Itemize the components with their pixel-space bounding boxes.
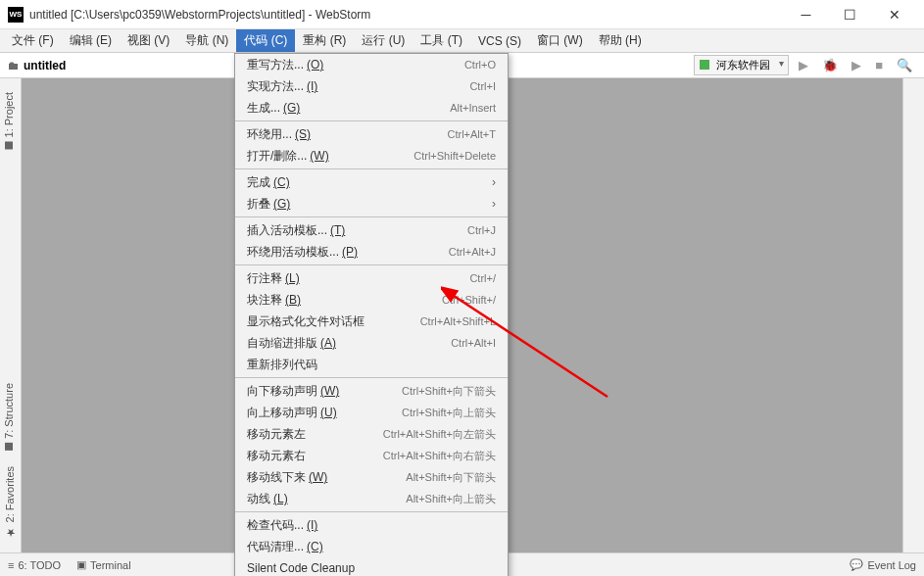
sidebar-tab-project[interactable]: 1: Project <box>0 84 18 157</box>
shortcut-label: Ctrl+J <box>467 224 496 236</box>
code-menu-item-19[interactable]: 向下移动声明 (W)Ctrl+Shift+向下箭头 <box>235 380 508 402</box>
code-menu-item-10[interactable]: 插入活动模板... (T)Ctrl+J <box>235 219 508 241</box>
menu-code[interactable]: 代码 (C) <box>236 29 295 52</box>
shortcut-label: Ctrl+Shift+/ <box>442 294 496 306</box>
code-menu-item-26[interactable]: 检查代码... (I) <box>235 514 508 536</box>
toolbar: 河东软件园 ▶ 🐞 ▶ ■ 🔍 <box>694 55 916 75</box>
chevron-right-icon: › <box>492 175 496 189</box>
menu-vcs[interactable]: VCS (S) <box>470 31 529 51</box>
menubar: 文件 (F)编辑 (E)视图 (V)导航 (N)代码 (C)重构 (R)运行 (… <box>0 29 924 53</box>
menu-separator <box>235 264 508 265</box>
code-menu-item-11[interactable]: 环绕用活动模板... (P)Ctrl+Alt+J <box>235 241 508 263</box>
code-menu-item-21[interactable]: 移动元素左Ctrl+Alt+Shift+向左箭头 <box>235 423 508 445</box>
code-menu-item-0[interactable]: 重写方法... (O)Ctrl+O <box>235 54 508 75</box>
code-menu-item-23[interactable]: 移动线下来 (W)Alt+Shift+向下箭头 <box>235 466 508 488</box>
shortcut-label: Ctrl+Alt+I <box>451 337 496 349</box>
left-sidebar: 1: Project 7: Structure ★2: Favorites <box>0 78 22 552</box>
menu-refactor[interactable]: 重构 (R) <box>295 29 354 52</box>
window-title: untitled [C:\Users\pc0359\WebstormProjec… <box>29 8 784 22</box>
menu-separator <box>235 511 508 512</box>
close-button[interactable]: ✕ <box>872 1 916 28</box>
code-menu-item-16[interactable]: 自动缩进排版 (A)Ctrl+Alt+I <box>235 332 508 354</box>
run-config-dropdown[interactable]: 河东软件园 <box>694 55 789 75</box>
titlebar: WS untitled [C:\Users\pc0359\WebstormPro… <box>0 0 924 29</box>
sidebar-tab-structure[interactable]: 7: Structure <box>0 375 18 458</box>
shortcut-label: Ctrl+I <box>469 80 496 92</box>
chevron-right-icon: › <box>492 197 496 211</box>
shortcut-label: Alt+Shift+向上箭头 <box>406 492 496 506</box>
shortcut-label: Ctrl+Shift+Delete <box>413 150 496 162</box>
event-log-icon: 💬 <box>850 558 863 571</box>
code-menu-item-1[interactable]: 实现方法... (I)Ctrl+I <box>235 75 508 97</box>
search-icon[interactable]: 🔍 <box>893 58 916 72</box>
right-sidebar <box>902 78 924 552</box>
code-menu-item-13[interactable]: 行注释 (L)Ctrl+/ <box>235 267 508 289</box>
minimize-button[interactable]: ─ <box>784 1 828 28</box>
shortcut-label: Ctrl+Shift+向上箭头 <box>402 406 496 420</box>
menu-separator <box>235 216 508 217</box>
shortcut-label: Ctrl+Alt+Shift+L <box>420 315 496 327</box>
folder-icon: 🖿 <box>8 59 20 72</box>
code-menu-item-2[interactable]: 生成... (G)Alt+Insert <box>235 97 508 119</box>
menu-navigate[interactable]: 导航 (N) <box>177 29 236 52</box>
breadcrumb-folder: untitled <box>24 59 66 72</box>
app-icon: WS <box>8 7 24 23</box>
shortcut-label: Ctrl+Alt+T <box>447 128 496 140</box>
shortcut-label: Ctrl+Shift+向下箭头 <box>402 384 496 399</box>
code-menu-item-5[interactable]: 打开/删除... (W)Ctrl+Shift+Delete <box>235 145 508 167</box>
breadcrumb[interactable]: 🖿 untitled <box>8 59 66 72</box>
menu-view[interactable]: 视图 (V) <box>120 29 177 52</box>
code-menu-item-15[interactable]: 显示格式化文件对话框Ctrl+Alt+Shift+L <box>235 311 508 332</box>
shortcut-label: Alt+Insert <box>450 102 496 114</box>
shortcut-label: Alt+Shift+向下箭头 <box>406 470 496 485</box>
shortcut-label: Ctrl+/ <box>469 272 496 284</box>
menu-separator <box>235 168 508 169</box>
code-menu-item-4[interactable]: 环绕用... (S)Ctrl+Alt+T <box>235 123 508 145</box>
menu-help[interactable]: 帮助 (H) <box>591 29 650 52</box>
window-controls: ─ ☐ ✕ <box>784 1 916 28</box>
menu-separator <box>235 377 508 378</box>
code-menu-item-20[interactable]: 向上移动声明 (U)Ctrl+Shift+向上箭头 <box>235 402 508 423</box>
code-menu-item-28[interactable]: Silent Code Cleanup <box>235 557 508 576</box>
debug-icon[interactable]: 🐞 <box>818 58 842 72</box>
code-menu-dropdown: 重写方法... (O)Ctrl+O实现方法... (I)Ctrl+I生成... … <box>234 53 509 576</box>
bottom-tab-todo[interactable]: ≡ 6: TODO <box>8 558 61 571</box>
shortcut-label: Ctrl+Alt+Shift+向右箭头 <box>383 449 496 463</box>
code-menu-item-14[interactable]: 块注释 (B)Ctrl+Shift+/ <box>235 289 508 311</box>
coverage-icon[interactable]: ▶ <box>848 58 865 72</box>
run-icon[interactable]: ▶ <box>795 58 812 72</box>
menu-window[interactable]: 窗口 (W) <box>529 29 591 52</box>
shortcut-label: Ctrl+O <box>464 59 496 71</box>
menu-edit[interactable]: 编辑 (E) <box>62 29 120 52</box>
menu-separator <box>235 120 508 121</box>
sidebar-tab-favorites[interactable]: ★2: Favorites <box>0 458 19 547</box>
bottom-event-log[interactable]: 💬 Event Log <box>850 558 916 571</box>
menu-file[interactable]: 文件 (F) <box>4 29 62 52</box>
menu-tools[interactable]: 工具 (T) <box>413 29 470 52</box>
code-menu-item-8[interactable]: 折叠 (G)› <box>235 193 508 215</box>
maximize-button[interactable]: ☐ <box>828 1 872 28</box>
code-menu-item-27[interactable]: 代码清理... (C) <box>235 536 508 557</box>
code-menu-item-24[interactable]: 动线 (L)Alt+Shift+向上箭头 <box>235 488 508 509</box>
bottom-tab-terminal[interactable]: ▣ Terminal <box>76 558 131 571</box>
code-menu-item-17[interactable]: 重新排列代码 <box>235 354 508 375</box>
menu-run[interactable]: 运行 (U) <box>354 29 413 52</box>
shortcut-label: Ctrl+Alt+Shift+向左箭头 <box>383 427 496 442</box>
stop-icon[interactable]: ■ <box>871 58 887 72</box>
code-menu-item-22[interactable]: 移动元素右Ctrl+Alt+Shift+向右箭头 <box>235 445 508 466</box>
code-menu-item-7[interactable]: 完成 (C)› <box>235 171 508 193</box>
shortcut-label: Ctrl+Alt+J <box>449 246 496 258</box>
